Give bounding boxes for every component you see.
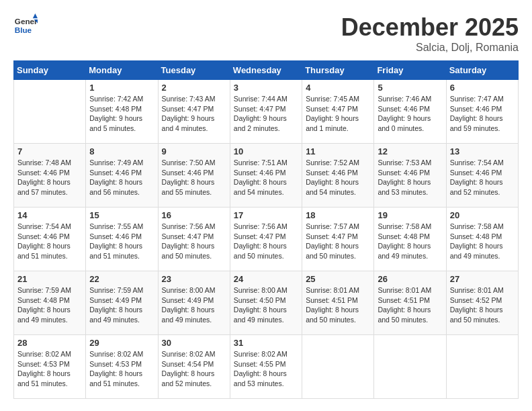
calendar-cell (302, 335, 374, 399)
day-detail: Sunrise: 7:57 AM Sunset: 4:47 PM Dayligh… (306, 222, 370, 261)
day-detail: Sunrise: 8:00 AM Sunset: 4:49 PM Dayligh… (162, 285, 226, 325)
day-number: 13 (450, 146, 515, 156)
calendar-cell: 17Sunrise: 7:56 AM Sunset: 4:47 PM Dayli… (230, 208, 302, 271)
calendar-cell: 6Sunrise: 7:47 AM Sunset: 4:46 PM Daylig… (446, 80, 518, 144)
calendar-cell: 26Sunrise: 8:01 AM Sunset: 4:51 PM Dayli… (374, 271, 446, 335)
col-header-wednesday: Wednesday (230, 61, 302, 80)
day-number: 17 (234, 210, 298, 220)
calendar-cell (446, 335, 518, 399)
day-number: 21 (17, 274, 82, 284)
day-number: 23 (162, 274, 226, 284)
day-number: 30 (162, 338, 226, 348)
day-number: 24 (234, 274, 298, 284)
day-number: 8 (89, 146, 154, 156)
day-detail: Sunrise: 7:59 AM Sunset: 4:48 PM Dayligh… (17, 285, 82, 325)
col-header-saturday: Saturday (446, 61, 518, 80)
calendar-cell: 4Sunrise: 7:45 AM Sunset: 4:47 PM Daylig… (302, 80, 374, 144)
day-detail: Sunrise: 8:02 AM Sunset: 4:53 PM Dayligh… (89, 349, 154, 389)
day-detail: Sunrise: 7:42 AM Sunset: 4:48 PM Dayligh… (89, 94, 154, 134)
day-number: 15 (89, 210, 154, 220)
calendar-cell: 2Sunrise: 7:43 AM Sunset: 4:47 PM Daylig… (158, 80, 230, 144)
day-detail: Sunrise: 8:00 AM Sunset: 4:50 PM Dayligh… (234, 285, 298, 325)
day-detail: Sunrise: 7:54 AM Sunset: 4:46 PM Dayligh… (17, 222, 82, 261)
day-number: 14 (17, 210, 82, 220)
calendar-week-row: 28Sunrise: 8:02 AM Sunset: 4:53 PM Dayli… (14, 335, 519, 399)
day-number: 7 (17, 146, 82, 156)
logo-icon: General Blue (13, 13, 38, 38)
day-number: 11 (306, 146, 370, 156)
day-detail: Sunrise: 7:58 AM Sunset: 4:48 PM Dayligh… (450, 222, 515, 261)
calendar-week-row: 21Sunrise: 7:59 AM Sunset: 4:48 PM Dayli… (14, 271, 519, 335)
calendar-cell: 12Sunrise: 7:53 AM Sunset: 4:46 PM Dayli… (374, 144, 446, 208)
calendar-cell: 13Sunrise: 7:54 AM Sunset: 4:46 PM Dayli… (446, 144, 518, 208)
calendar-cell: 27Sunrise: 8:01 AM Sunset: 4:52 PM Dayli… (446, 271, 518, 335)
day-number: 19 (378, 210, 442, 220)
calendar-cell: 16Sunrise: 7:56 AM Sunset: 4:47 PM Dayli… (158, 208, 230, 271)
location: Salcia, Dolj, Romania (341, 42, 519, 54)
day-number: 27 (450, 274, 515, 284)
day-detail: Sunrise: 7:49 AM Sunset: 4:46 PM Dayligh… (89, 158, 154, 197)
day-detail: Sunrise: 8:01 AM Sunset: 4:52 PM Dayligh… (450, 285, 515, 325)
month-title: December 2025 (341, 13, 519, 42)
calendar-cell: 28Sunrise: 8:02 AM Sunset: 4:53 PM Dayli… (14, 335, 86, 399)
day-detail: Sunrise: 7:44 AM Sunset: 4:47 PM Dayligh… (234, 94, 298, 134)
day-detail: Sunrise: 8:02 AM Sunset: 4:54 PM Dayligh… (162, 349, 226, 389)
calendar-cell: 31Sunrise: 8:02 AM Sunset: 4:55 PM Dayli… (230, 335, 302, 399)
calendar-cell: 7Sunrise: 7:48 AM Sunset: 4:46 PM Daylig… (14, 144, 86, 208)
day-number: 31 (234, 338, 298, 348)
day-detail: Sunrise: 8:02 AM Sunset: 4:55 PM Dayligh… (234, 349, 298, 389)
day-detail: Sunrise: 7:47 AM Sunset: 4:46 PM Dayligh… (450, 94, 515, 134)
col-header-tuesday: Tuesday (158, 61, 230, 80)
day-number: 5 (378, 83, 442, 93)
calendar-cell (14, 80, 86, 144)
day-number: 18 (306, 210, 370, 220)
day-number: 16 (162, 210, 226, 220)
calendar-week-row: 14Sunrise: 7:54 AM Sunset: 4:46 PM Dayli… (14, 208, 519, 271)
day-number: 4 (306, 83, 370, 93)
day-number: 6 (450, 83, 515, 93)
day-detail: Sunrise: 7:55 AM Sunset: 4:46 PM Dayligh… (89, 222, 154, 261)
day-detail: Sunrise: 7:51 AM Sunset: 4:46 PM Dayligh… (234, 158, 298, 197)
calendar-cell: 3Sunrise: 7:44 AM Sunset: 4:47 PM Daylig… (230, 80, 302, 144)
day-detail: Sunrise: 7:56 AM Sunset: 4:47 PM Dayligh… (234, 222, 298, 261)
calendar-cell: 24Sunrise: 8:00 AM Sunset: 4:50 PM Dayli… (230, 271, 302, 335)
calendar-cell: 8Sunrise: 7:49 AM Sunset: 4:46 PM Daylig… (86, 144, 158, 208)
day-number: 1 (89, 83, 154, 93)
day-number: 3 (234, 83, 298, 93)
calendar-cell (374, 335, 446, 399)
day-number: 26 (378, 274, 442, 284)
calendar-cell: 10Sunrise: 7:51 AM Sunset: 4:46 PM Dayli… (230, 144, 302, 208)
calendar-week-row: 7Sunrise: 7:48 AM Sunset: 4:46 PM Daylig… (14, 144, 519, 208)
calendar-cell: 29Sunrise: 8:02 AM Sunset: 4:53 PM Dayli… (86, 335, 158, 399)
calendar-header-row: SundayMondayTuesdayWednesdayThursdayFrid… (14, 61, 519, 80)
day-number: 29 (89, 338, 154, 348)
day-number: 22 (89, 274, 154, 284)
page-header: General Blue December 2025 Salcia, Dolj,… (13, 13, 519, 54)
day-detail: Sunrise: 7:56 AM Sunset: 4:47 PM Dayligh… (162, 222, 226, 261)
calendar-cell: 9Sunrise: 7:50 AM Sunset: 4:46 PM Daylig… (158, 144, 230, 208)
logo: General Blue (13, 13, 38, 38)
day-detail: Sunrise: 7:43 AM Sunset: 4:47 PM Dayligh… (162, 94, 226, 134)
col-header-sunday: Sunday (14, 61, 86, 80)
calendar-cell: 14Sunrise: 7:54 AM Sunset: 4:46 PM Dayli… (14, 208, 86, 271)
calendar-week-row: 1Sunrise: 7:42 AM Sunset: 4:48 PM Daylig… (14, 80, 519, 144)
calendar-body: 1Sunrise: 7:42 AM Sunset: 4:48 PM Daylig… (14, 80, 519, 399)
day-detail: Sunrise: 7:46 AM Sunset: 4:46 PM Dayligh… (378, 94, 442, 134)
calendar-cell: 15Sunrise: 7:55 AM Sunset: 4:46 PM Dayli… (86, 208, 158, 271)
day-detail: Sunrise: 7:50 AM Sunset: 4:46 PM Dayligh… (162, 158, 226, 197)
col-header-monday: Monday (86, 61, 158, 80)
calendar-cell: 22Sunrise: 7:59 AM Sunset: 4:49 PM Dayli… (86, 271, 158, 335)
day-number: 25 (306, 274, 370, 284)
calendar-table: SundayMondayTuesdayWednesdayThursdayFrid… (13, 60, 519, 399)
calendar-cell: 5Sunrise: 7:46 AM Sunset: 4:46 PM Daylig… (374, 80, 446, 144)
day-detail: Sunrise: 7:54 AM Sunset: 4:46 PM Dayligh… (450, 158, 515, 197)
calendar-cell: 23Sunrise: 8:00 AM Sunset: 4:49 PM Dayli… (158, 271, 230, 335)
calendar-cell: 20Sunrise: 7:58 AM Sunset: 4:48 PM Dayli… (446, 208, 518, 271)
calendar-cell: 30Sunrise: 8:02 AM Sunset: 4:54 PM Dayli… (158, 335, 230, 399)
day-detail: Sunrise: 8:02 AM Sunset: 4:53 PM Dayligh… (17, 349, 82, 389)
day-detail: Sunrise: 7:59 AM Sunset: 4:49 PM Dayligh… (89, 285, 154, 325)
calendar-cell: 19Sunrise: 7:58 AM Sunset: 4:48 PM Dayli… (374, 208, 446, 271)
day-number: 28 (17, 338, 82, 348)
day-detail: Sunrise: 7:48 AM Sunset: 4:46 PM Dayligh… (17, 158, 82, 197)
day-number: 12 (378, 146, 442, 156)
